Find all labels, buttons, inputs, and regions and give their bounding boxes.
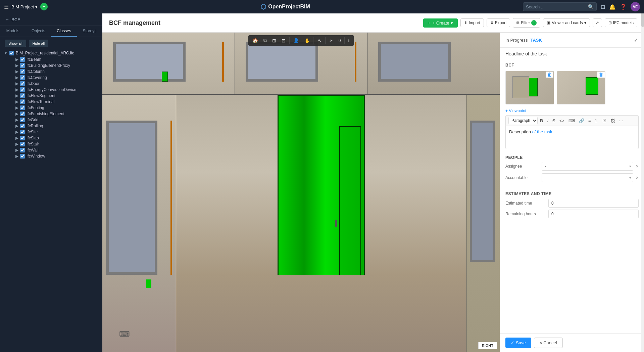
expand-button[interactable]: ⤢	[593, 18, 602, 27]
tree-checkbox[interactable]	[20, 148, 25, 152]
tab-objects[interactable]: Objects	[26, 26, 51, 37]
tree-checkbox[interactable]	[20, 124, 25, 128]
tree-checkbox[interactable]	[20, 63, 25, 68]
description-editor[interactable]: Description of the task.	[505, 126, 639, 149]
list-item[interactable]: ▶ IfcDoor	[5, 81, 102, 87]
list-item[interactable]: ▶ IfcBeam	[5, 56, 102, 62]
tab-models[interactable]: Models	[0, 26, 26, 37]
filter-button[interactable]: ⧉ Filter 1	[513, 18, 540, 28]
tree-root-checkbox[interactable]	[9, 51, 14, 55]
estimated-time-input[interactable]	[548, 199, 639, 208]
person-view-button[interactable]: 👤	[291, 37, 301, 45]
tree-checkbox[interactable]	[20, 93, 25, 98]
tree-root-item[interactable]: ▾ BIM_Project_residential_ARC.ifc	[0, 50, 102, 56]
scrollbar-track[interactable]	[641, 33, 644, 352]
accountable-select[interactable]: -	[542, 173, 633, 182]
tree-checkbox[interactable]	[20, 130, 25, 134]
grid-view-button[interactable]: ⊞	[270, 37, 279, 45]
list-item[interactable]: ▶ IfcStair	[5, 141, 102, 147]
tree-checkbox[interactable]	[20, 105, 25, 110]
list-item[interactable]: ▶ IfcRailing	[5, 123, 102, 129]
fit-view-button[interactable]: ⊡	[279, 37, 288, 45]
tree-checkbox[interactable]	[20, 136, 25, 140]
grid-icon[interactable]: ⊞	[601, 4, 605, 10]
sidebar-back[interactable]: ← BCF	[0, 13, 102, 26]
search-box: 🔍	[523, 2, 597, 11]
link-button[interactable]: 🔗	[577, 118, 586, 124]
cancel-button[interactable]: × Cancel	[534, 338, 563, 348]
select-button[interactable]: ↖	[315, 37, 324, 45]
bold-button[interactable]: B	[538, 118, 545, 124]
expand-panel-button[interactable]: ⤢	[633, 37, 639, 43]
more-options-button[interactable]: ⋯	[617, 118, 625, 124]
cut-button[interactable]: ✂	[327, 37, 336, 45]
paragraph-select[interactable]: Paragraph	[508, 117, 538, 124]
list-item[interactable]: ▶ IfcFurnishingElement	[5, 111, 102, 117]
list-item[interactable]: ▶ IfcFlowSegment	[5, 93, 102, 99]
avatar[interactable]: VE	[631, 2, 640, 11]
cut-counter: 0	[337, 38, 343, 43]
code-block-button[interactable]: ⌨	[567, 118, 577, 124]
ordered-list-button[interactable]: 1.	[593, 118, 600, 124]
ifc-models-button[interactable]: ⊞ IFC models	[605, 18, 637, 27]
accountable-clear-button[interactable]: ×	[636, 175, 639, 180]
project-name[interactable]: BIM Project ▾	[11, 4, 38, 9]
headline-input[interactable]	[500, 48, 644, 60]
home-view-button[interactable]: 🏠	[250, 37, 260, 45]
add-viewpoint-button[interactable]: + Viewpoint	[500, 106, 644, 115]
delete-image-1-button[interactable]: 🗑	[546, 72, 553, 78]
search-input[interactable]	[526, 4, 588, 9]
list-item[interactable]: ▶ IfcSlab	[5, 135, 102, 141]
tree-checkbox[interactable]	[20, 87, 25, 92]
list-item[interactable]: ▶ IfcSite	[5, 129, 102, 135]
bell-icon[interactable]: 🔔	[609, 4, 616, 10]
list-item[interactable]: ▶ IfcWall	[5, 147, 102, 153]
tree-checkbox[interactable]	[20, 75, 25, 80]
copy-view-button[interactable]: ⧉	[261, 36, 269, 45]
tree-checkbox[interactable]	[20, 57, 25, 62]
export-button[interactable]: ⬇ Export	[487, 18, 510, 27]
list-item[interactable]: ▶ IfcCovering	[5, 75, 102, 81]
strikethrough-button[interactable]: S	[551, 118, 557, 124]
image-button[interactable]: 🖼	[609, 118, 616, 124]
orbit-button[interactable]: ✋	[302, 37, 312, 45]
tree-checkbox[interactable]	[20, 112, 25, 116]
info-button[interactable]: ℹ	[346, 37, 352, 45]
tab-storeys[interactable]: Storeys	[77, 26, 102, 37]
list-item[interactable]: ▶ IfcFlowTerminal	[5, 99, 102, 105]
tree-checkbox[interactable]	[20, 99, 25, 104]
list-item[interactable]: ▶ IfcWindow	[5, 153, 102, 159]
hamburger-icon[interactable]: ☰	[4, 4, 9, 10]
view-right-top	[367, 33, 500, 94]
tree-checkbox[interactable]	[20, 118, 25, 122]
list-item[interactable]: ▶ IfcBuildingElementProxy	[5, 62, 102, 69]
tree-checkbox[interactable]	[20, 154, 25, 159]
list-item[interactable]: ▶ IfcFooting	[5, 105, 102, 111]
remaining-hours-input[interactable]	[548, 210, 639, 218]
code-button[interactable]: <>	[558, 118, 566, 124]
task-list-button[interactable]: ☑	[601, 118, 608, 124]
list-item[interactable]: ▶ IfcColumn	[5, 69, 102, 75]
hide-all-button[interactable]: Hide all	[29, 40, 49, 47]
tree-checkbox[interactable]	[20, 81, 25, 86]
assignee-select[interactable]: -	[542, 162, 633, 171]
sidebar: ← BCF Models Objects Classes Storeys Sho…	[0, 13, 102, 352]
tab-classes[interactable]: Classes	[51, 26, 77, 37]
list-item[interactable]: ▶ IfcGrid	[5, 117, 102, 123]
import-button[interactable]: ⬆ Import	[460, 18, 484, 27]
task-type-label: TASK	[530, 38, 542, 43]
create-button[interactable]: + + Create ▾	[423, 18, 458, 28]
view-side-right	[466, 95, 500, 352]
list-item[interactable]: ▶ IfcEnergyConversionDevice	[5, 87, 102, 93]
show-all-button[interactable]: Show all	[5, 40, 26, 47]
tree-checkbox[interactable]	[20, 142, 25, 146]
assignee-clear-button[interactable]: ×	[636, 164, 639, 169]
save-button[interactable]: ✓ Save	[505, 338, 531, 348]
add-button[interactable]: +	[40, 3, 48, 10]
delete-image-2-button[interactable]: 🗑	[597, 72, 605, 78]
bullet-list-button[interactable]: ≡	[587, 118, 593, 124]
tree-checkbox[interactable]	[20, 69, 25, 74]
italic-button[interactable]: I	[545, 118, 550, 124]
help-icon[interactable]: ❓	[620, 4, 627, 10]
viewer-cards-button[interactable]: ▣ Viewer and cards ▾	[543, 18, 590, 27]
